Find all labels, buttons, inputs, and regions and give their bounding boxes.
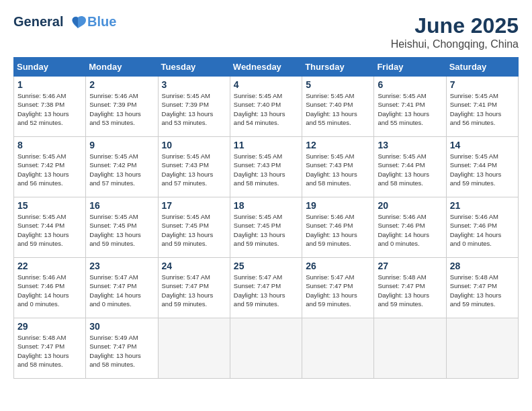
calendar-cell: 24Sunrise: 5:47 AM Sunset: 7:47 PM Dayli…: [158, 258, 230, 318]
day-info: Sunrise: 5:47 AM Sunset: 7:47 PM Dayligh…: [306, 273, 370, 308]
day-number: 16: [89, 200, 154, 211]
month-title: June 2025: [391, 13, 519, 38]
calendar-cell: 3Sunrise: 5:45 AM Sunset: 7:39 PM Daylig…: [158, 77, 230, 137]
calendar-cell: 19Sunrise: 5:46 AM Sunset: 7:46 PM Dayli…: [302, 197, 374, 258]
logo-bird-icon: [69, 13, 87, 32]
day-number: 24: [162, 261, 226, 271]
calendar-cell: 1Sunrise: 5:46 AM Sunset: 7:38 PM Daylig…: [14, 77, 86, 137]
day-number: 8: [17, 140, 82, 150]
calendar-cell: 26Sunrise: 5:47 AM Sunset: 7:47 PM Dayli…: [302, 258, 374, 318]
day-info: Sunrise: 5:46 AM Sunset: 7:46 PM Dayligh…: [378, 212, 442, 248]
calendar-cell: [374, 318, 446, 379]
day-info: Sunrise: 5:45 AM Sunset: 7:45 PM Dayligh…: [162, 212, 226, 248]
day-number: 7: [450, 79, 515, 90]
calendar-cell: 17Sunrise: 5:45 AM Sunset: 7:45 PM Dayli…: [158, 197, 230, 258]
day-info: Sunrise: 5:45 AM Sunset: 7:39 PM Dayligh…: [162, 91, 226, 127]
day-number: 23: [89, 261, 154, 271]
calendar-cell: 27Sunrise: 5:48 AM Sunset: 7:47 PM Dayli…: [374, 258, 446, 318]
day-number: 15: [17, 200, 82, 211]
day-number: 13: [378, 140, 442, 150]
calendar-table: SundayMondayTuesdayWednesdayThursdayFrid…: [13, 57, 519, 379]
calendar-week-row: 8Sunrise: 5:45 AM Sunset: 7:42 PM Daylig…: [14, 137, 519, 197]
day-number: 10: [162, 140, 226, 150]
calendar-cell: 14Sunrise: 5:45 AM Sunset: 7:44 PM Dayli…: [446, 137, 518, 197]
col-header-sunday: Sunday: [14, 58, 86, 77]
day-number: 1: [17, 79, 82, 90]
day-info: Sunrise: 5:45 AM Sunset: 7:40 PM Dayligh…: [306, 91, 370, 127]
day-info: Sunrise: 5:47 AM Sunset: 7:47 PM Dayligh…: [89, 273, 154, 308]
day-info: Sunrise: 5:46 AM Sunset: 7:46 PM Dayligh…: [450, 212, 515, 248]
day-info: Sunrise: 5:48 AM Sunset: 7:47 PM Dayligh…: [378, 273, 442, 308]
day-info: Sunrise: 5:45 AM Sunset: 7:44 PM Dayligh…: [450, 152, 515, 187]
calendar-cell: 13Sunrise: 5:45 AM Sunset: 7:44 PM Dayli…: [374, 137, 446, 197]
day-number: 18: [234, 200, 298, 211]
calendar-cell: 12Sunrise: 5:45 AM Sunset: 7:43 PM Dayli…: [302, 137, 374, 197]
day-info: Sunrise: 5:45 AM Sunset: 7:42 PM Dayligh…: [17, 152, 82, 187]
calendar-cell: [158, 318, 230, 379]
day-info: Sunrise: 5:49 AM Sunset: 7:47 PM Dayligh…: [89, 333, 154, 369]
calendar-cell: 5Sunrise: 5:45 AM Sunset: 7:40 PM Daylig…: [302, 77, 374, 137]
day-info: Sunrise: 5:48 AM Sunset: 7:47 PM Dayligh…: [450, 273, 515, 308]
calendar-cell: 21Sunrise: 5:46 AM Sunset: 7:46 PM Dayli…: [446, 197, 518, 258]
day-number: 30: [89, 321, 154, 332]
day-info: Sunrise: 5:45 AM Sunset: 7:45 PM Dayligh…: [89, 212, 154, 248]
day-number: 4: [234, 79, 298, 90]
day-info: Sunrise: 5:46 AM Sunset: 7:46 PM Dayligh…: [17, 273, 82, 308]
calendar-cell: 18Sunrise: 5:45 AM Sunset: 7:45 PM Dayli…: [230, 197, 302, 258]
logo: General Blue: [13, 13, 116, 32]
day-info: Sunrise: 5:48 AM Sunset: 7:47 PM Dayligh…: [17, 333, 82, 369]
day-info: Sunrise: 5:45 AM Sunset: 7:43 PM Dayligh…: [162, 152, 226, 187]
day-number: 3: [162, 79, 226, 90]
day-info: Sunrise: 5:45 AM Sunset: 7:42 PM Dayligh…: [89, 152, 154, 187]
calendar-week-row: 22Sunrise: 5:46 AM Sunset: 7:46 PM Dayli…: [14, 258, 519, 318]
col-header-tuesday: Tuesday: [158, 58, 230, 77]
page-header: General Blue June 2025 Heishui, Chongqin…: [13, 13, 519, 50]
day-number: 9: [89, 140, 154, 150]
day-info: Sunrise: 5:45 AM Sunset: 7:45 PM Dayligh…: [234, 212, 298, 248]
day-info: Sunrise: 5:45 AM Sunset: 7:44 PM Dayligh…: [378, 152, 442, 187]
day-info: Sunrise: 5:47 AM Sunset: 7:47 PM Dayligh…: [234, 273, 298, 308]
day-info: Sunrise: 5:46 AM Sunset: 7:39 PM Dayligh…: [89, 91, 154, 127]
calendar-week-row: 15Sunrise: 5:45 AM Sunset: 7:44 PM Dayli…: [14, 197, 519, 258]
day-info: Sunrise: 5:45 AM Sunset: 7:44 PM Dayligh…: [17, 212, 82, 248]
day-number: 20: [378, 200, 442, 211]
calendar-cell: 23Sunrise: 5:47 AM Sunset: 7:47 PM Dayli…: [86, 258, 158, 318]
calendar-cell: 28Sunrise: 5:48 AM Sunset: 7:47 PM Dayli…: [446, 258, 518, 318]
calendar-cell: 30Sunrise: 5:49 AM Sunset: 7:47 PM Dayli…: [86, 318, 158, 379]
day-number: 17: [162, 200, 226, 211]
calendar-cell: 8Sunrise: 5:45 AM Sunset: 7:42 PM Daylig…: [14, 137, 86, 197]
col-header-saturday: Saturday: [446, 58, 518, 77]
calendar-cell: [446, 318, 518, 379]
day-number: 5: [306, 79, 370, 90]
calendar-cell: 9Sunrise: 5:45 AM Sunset: 7:42 PM Daylig…: [86, 137, 158, 197]
day-info: Sunrise: 5:46 AM Sunset: 7:46 PM Dayligh…: [306, 212, 370, 248]
calendar-cell: 10Sunrise: 5:45 AM Sunset: 7:43 PM Dayli…: [158, 137, 230, 197]
day-number: 6: [378, 79, 442, 90]
day-number: 25: [234, 261, 298, 271]
calendar-week-row: 1Sunrise: 5:46 AM Sunset: 7:38 PM Daylig…: [14, 77, 519, 137]
calendar-cell: 29Sunrise: 5:48 AM Sunset: 7:47 PM Dayli…: [14, 318, 86, 379]
calendar-header-row: SundayMondayTuesdayWednesdayThursdayFrid…: [14, 58, 519, 77]
day-info: Sunrise: 5:47 AM Sunset: 7:47 PM Dayligh…: [162, 273, 226, 308]
day-number: 12: [306, 140, 370, 150]
calendar-cell: 25Sunrise: 5:47 AM Sunset: 7:47 PM Dayli…: [230, 258, 302, 318]
day-number: 22: [17, 261, 82, 271]
day-info: Sunrise: 5:45 AM Sunset: 7:43 PM Dayligh…: [306, 152, 370, 187]
day-info: Sunrise: 5:46 AM Sunset: 7:38 PM Dayligh…: [17, 91, 82, 127]
day-number: 28: [450, 261, 515, 271]
title-block: June 2025 Heishui, Chongqing, China: [391, 13, 519, 50]
calendar-cell: 4Sunrise: 5:45 AM Sunset: 7:40 PM Daylig…: [230, 77, 302, 137]
calendar-cell: 6Sunrise: 5:45 AM Sunset: 7:41 PM Daylig…: [374, 77, 446, 137]
day-number: 14: [450, 140, 515, 150]
day-number: 21: [450, 200, 515, 211]
day-number: 29: [17, 321, 82, 332]
calendar-cell: [302, 318, 374, 379]
day-number: 11: [234, 140, 298, 150]
calendar-cell: 2Sunrise: 5:46 AM Sunset: 7:39 PM Daylig…: [86, 77, 158, 137]
calendar-week-row: 29Sunrise: 5:48 AM Sunset: 7:47 PM Dayli…: [14, 318, 519, 379]
day-info: Sunrise: 5:45 AM Sunset: 7:41 PM Dayligh…: [450, 91, 515, 127]
calendar-cell: 11Sunrise: 5:45 AM Sunset: 7:43 PM Dayli…: [230, 137, 302, 197]
day-info: Sunrise: 5:45 AM Sunset: 7:41 PM Dayligh…: [378, 91, 442, 127]
day-info: Sunrise: 5:45 AM Sunset: 7:40 PM Dayligh…: [234, 91, 298, 127]
day-number: 27: [378, 261, 442, 271]
